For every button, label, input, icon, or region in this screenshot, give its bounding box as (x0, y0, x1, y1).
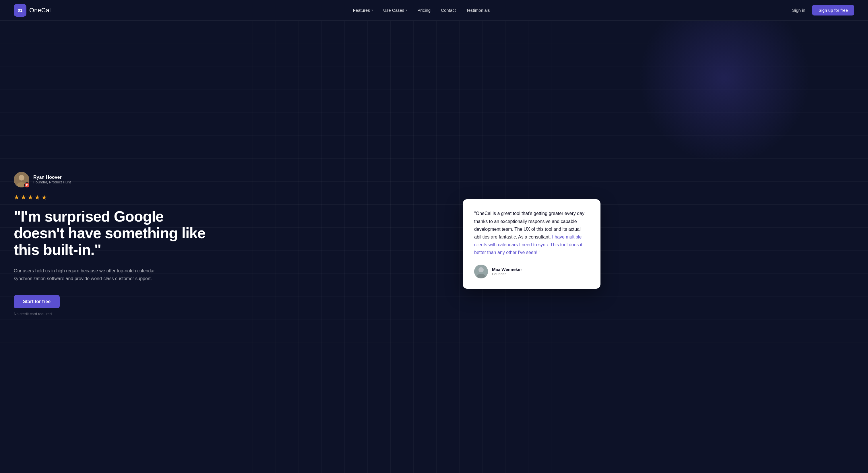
star-2: ★ (21, 194, 26, 201)
testimonial-author-name: Max Wenneker (492, 267, 522, 272)
testimonial-card: "OneCal is a great tool that's getting g… (463, 199, 600, 288)
sign-in-link[interactable]: Sign in (792, 8, 805, 12)
author-badge: P (24, 182, 30, 188)
nav-link-features[interactable]: Features ▾ (353, 8, 373, 12)
star-4: ★ (34, 194, 40, 201)
star-1: ★ (14, 194, 20, 201)
avatar: P (14, 172, 29, 187)
cta-note: No credit card required (14, 312, 52, 316)
hero-section: P Ryan Hoover Founder, Product Hunt ★ ★ … (0, 21, 868, 473)
hero-content: P Ryan Hoover Founder, Product Hunt ★ ★ … (14, 172, 209, 316)
hero-author: P Ryan Hoover Founder, Product Hunt (14, 172, 209, 187)
testimonial-avatar (474, 264, 488, 278)
hero-subtitle: Our users hold us in high regard because… (14, 267, 163, 282)
testimonial-avatar-svg (474, 264, 488, 278)
author-role: Founder, Product Hunt (33, 180, 71, 184)
nav-item-contact[interactable]: Contact (441, 8, 456, 12)
nav-actions: Sign in Sign up for free (792, 5, 854, 15)
testimonial-author-role: Founder (492, 272, 522, 276)
author-info: Ryan Hoover Founder, Product Hunt (33, 175, 71, 184)
nav-link-use-cases[interactable]: Use Cases ▾ (383, 8, 407, 12)
nav-item-testimonials[interactable]: Testimonials (466, 8, 490, 12)
logo-icon: 01 (14, 4, 26, 17)
testimonial-author: Max Wenneker Founder (474, 264, 589, 278)
cta-group: Start for free No credit card required (14, 295, 209, 316)
author-name: Ryan Hoover (33, 175, 71, 180)
nav-links: Features ▾ Use Cases ▾ Pricing Contact T… (353, 8, 490, 12)
testimonial-author-info: Max Wenneker Founder (492, 267, 522, 276)
star-5: ★ (41, 194, 47, 201)
svg-point-1 (19, 175, 24, 181)
nav-item-pricing[interactable]: Pricing (417, 8, 431, 12)
svg-point-4 (478, 267, 484, 272)
logo-text: OneCal (29, 7, 51, 14)
nav-link-pricing[interactable]: Pricing (417, 8, 431, 12)
start-for-free-button[interactable]: Start for free (14, 295, 60, 308)
chevron-down-icon: ▾ (406, 9, 407, 12)
nav-link-testimonials[interactable]: Testimonials (466, 8, 490, 12)
logo[interactable]: 01 OneCal (14, 4, 51, 17)
chevron-down-icon: ▾ (371, 9, 373, 12)
nav-link-contact[interactable]: Contact (441, 8, 456, 12)
star-3: ★ (28, 194, 33, 201)
hero-quote: "I'm surprised Google doesn't have somet… (14, 208, 209, 258)
star-rating: ★ ★ ★ ★ ★ (14, 194, 209, 201)
testimonial-area: "OneCal is a great tool that's getting g… (209, 199, 854, 288)
sign-up-button[interactable]: Sign up for free (812, 5, 854, 15)
testimonial-text: "OneCal is a great tool that's getting g… (474, 210, 589, 256)
nav-item-use-cases[interactable]: Use Cases ▾ (383, 8, 407, 12)
main-nav: 01 OneCal Features ▾ Use Cases ▾ Pricing (0, 0, 868, 21)
nav-item-features[interactable]: Features ▾ (353, 8, 373, 12)
